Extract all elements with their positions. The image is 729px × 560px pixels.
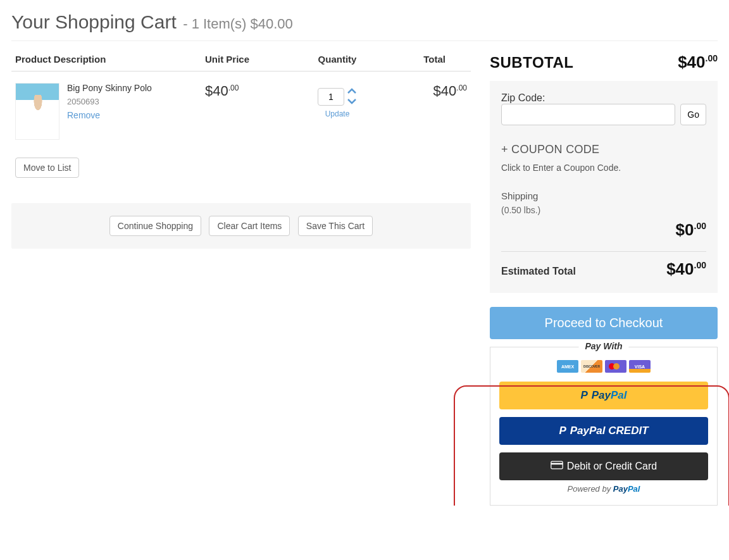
unit-price: $40.00 <box>205 83 239 99</box>
powered-by-label: Powered by PayPal <box>499 484 708 494</box>
update-link[interactable]: Update <box>300 109 375 118</box>
coupon-subtext: Click to Enter a Coupon Code. <box>501 163 706 173</box>
summary-panel: Zip Code: Go + COUPON CODE Click to Ente… <box>490 81 718 293</box>
col-quantity: Quantity <box>296 47 378 72</box>
col-total: Total <box>378 47 471 72</box>
cart-table: Product Description Unit Price Quantity … <box>11 47 471 184</box>
estimated-total-amount: $40.00 <box>666 259 706 279</box>
amex-icon: AMEX <box>557 360 578 373</box>
page-title: Your Shopping Cart <box>11 11 177 32</box>
subtotal-label: SUBTOTAL <box>490 54 573 72</box>
quantity-input[interactable] <box>318 88 344 106</box>
product-name[interactable]: Big Pony Skinny Polo <box>67 83 152 93</box>
col-unit-price: Unit Price <box>201 47 296 72</box>
qty-down-icon[interactable] <box>347 97 357 107</box>
zip-go-button[interactable]: Go <box>680 104 706 125</box>
page-title-row: Your Shopping Cart - 1 Item(s) $40.00 <box>11 0 718 41</box>
shipping-weight: (0.50 lbs.) <box>501 205 706 215</box>
coupon-toggle[interactable]: + COUPON CODE <box>501 143 706 156</box>
product-thumbnail[interactable] <box>15 83 59 140</box>
zip-input[interactable] <box>501 104 675 125</box>
divider <box>501 251 706 252</box>
product-sku: 2050693 <box>67 97 152 106</box>
table-row: Big Pony Skinny Polo 2050693 Remove $40.… <box>11 72 471 147</box>
paypal-logo-icon: P <box>580 389 587 402</box>
paypal-button[interactable]: P PayPal <box>499 382 708 409</box>
estimated-total-label: Estimated Total <box>501 266 576 277</box>
shipping-label: Shipping <box>501 190 706 201</box>
zip-label: Zip Code: <box>501 92 545 103</box>
line-total: $40.00 <box>433 83 467 99</box>
svg-rect-1 <box>551 463 563 465</box>
continue-shopping-button[interactable]: Continue Shopping <box>109 216 201 236</box>
mastercard-icon <box>605 360 626 373</box>
col-description: Product Description <box>11 47 201 72</box>
pay-with-label: Pay With <box>579 341 629 351</box>
proceed-checkout-button[interactable]: Proceed to Checkout <box>490 307 718 339</box>
paypal-logo-icon: P <box>559 425 566 437</box>
remove-link[interactable]: Remove <box>67 110 152 120</box>
subtotal-amount: $40.00 <box>678 53 718 72</box>
qty-up-icon[interactable] <box>347 87 357 97</box>
subtotal-row: SUBTOTAL $40.00 <box>490 47 718 81</box>
paypal-credit-button[interactable]: P PayPal CREDIT <box>499 417 708 445</box>
page-title-sub: - 1 Item(s) $40.00 <box>183 16 293 32</box>
move-to-list-button[interactable]: Move to List <box>15 158 79 178</box>
debit-credit-button[interactable]: Debit or Credit Card <box>499 452 708 480</box>
card-icon <box>551 461 563 472</box>
card-icons-row: AMEX DISCOVER VISA <box>499 360 708 373</box>
table-row: Move to List <box>11 146 471 184</box>
visa-icon: VISA <box>629 360 651 373</box>
shipping-amount: $0.00 <box>676 220 706 239</box>
save-cart-button[interactable]: Save This Cart <box>298 216 373 236</box>
cart-actions-bar: Continue Shopping Clear Cart Items Save … <box>11 203 471 249</box>
svg-rect-0 <box>551 461 563 469</box>
clear-cart-button[interactable]: Clear Cart Items <box>209 216 290 236</box>
pay-with-box: Pay With AMEX DISCOVER VISA P PayPal P P… <box>490 347 718 506</box>
discover-icon: DISCOVER <box>581 360 602 373</box>
